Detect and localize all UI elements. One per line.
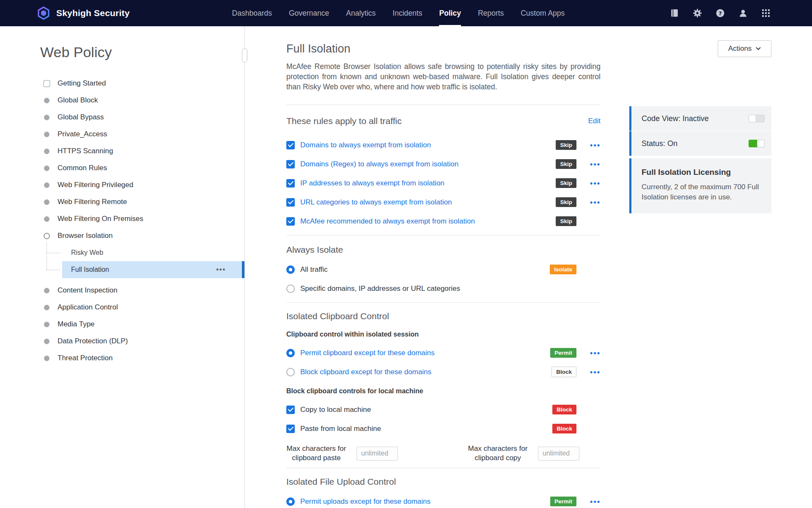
notebook-icon[interactable] (669, 8, 680, 19)
rule-row-mcafee-recommended: McAfee recommended to always exempt from… (286, 212, 601, 231)
radio-unselected[interactable] (286, 368, 295, 376)
apps-grid-icon[interactable] (760, 8, 771, 19)
sidebar-item-common-rules[interactable]: Common Rules (0, 160, 244, 177)
page-description: McAfee Remote Browser Isolation allows s… (286, 61, 601, 92)
rule-row-domains: Domains to always exempt from isolation … (286, 135, 601, 155)
max-copy-input[interactable] (538, 447, 579, 461)
upload-heading: Isolated File Upload Control (286, 477, 601, 487)
node-dot-icon (43, 132, 50, 137)
rule-checkbox[interactable] (286, 217, 295, 226)
chevron-down-icon (756, 47, 761, 50)
full-isolation-menu-icon[interactable] (216, 266, 226, 273)
sidebar-item-web-filtering-on-premises[interactable]: Web Filtering On Premises (0, 210, 244, 227)
sidebar-item-threat-protection[interactable]: Threat Protection (0, 350, 244, 367)
code-view-toggle[interactable] (749, 115, 765, 122)
rule-checkbox[interactable] (286, 141, 295, 149)
nav-governance[interactable]: Governance (289, 0, 329, 26)
skyhigh-logo-icon (36, 6, 51, 20)
option-specific-domains: Specific domains, IP addresses or URL ca… (286, 279, 601, 298)
rules-section-heading: These rules apply to all traffic (286, 116, 402, 126)
node-open-circle-icon (43, 233, 50, 239)
node-dot-icon (43, 115, 50, 120)
sidebar-item-media-type[interactable]: Media Type (0, 316, 244, 333)
rule-checkbox[interactable] (286, 160, 295, 168)
radio-selected[interactable] (286, 349, 295, 357)
sidebar-item-content-inspection[interactable]: Content Inspection (0, 282, 244, 299)
nav-reports[interactable]: Reports (478, 0, 504, 26)
nav-policy[interactable]: Policy (439, 0, 461, 26)
nav-analytics[interactable]: Analytics (346, 0, 376, 26)
control-copy-to-local: Copy to local machine Block (286, 400, 601, 419)
clipboard-session-subheading: Clipboard control within isolated sessio… (286, 331, 601, 338)
app-body: Web Policy Getting Started Global Block … (0, 26, 812, 508)
skip-badge: Skip (556, 197, 576, 207)
nav-dashboards[interactable]: Dashboards (232, 0, 272, 26)
svg-text:?: ? (719, 10, 722, 17)
status-card: Status: On (629, 131, 771, 156)
rule-menu-icon[interactable] (590, 349, 601, 357)
sidebar-item-application-control[interactable]: Application Control (0, 299, 244, 316)
sidebar-item-https-scanning[interactable]: HTTPS Scanning (0, 143, 244, 160)
sidebar-item-full-isolation[interactable]: Full Isolation (62, 261, 244, 278)
control-paste-from-local: Paste from local machine Block (286, 419, 601, 438)
brand: Skyhigh Security (36, 6, 130, 20)
rule-row-domains-regex: Domains (Regex) to always exempt from is… (286, 155, 601, 174)
exemption-rules-list: Domains to always exempt from isolation … (286, 135, 601, 231)
sidebar-scrollbar[interactable] (242, 48, 247, 63)
sidebar-item-browser-isolation[interactable]: Browser Isolation (0, 227, 244, 244)
sidebar-item-data-protection-dlp[interactable]: Data Protection (DLP) (0, 333, 244, 350)
divider (286, 105, 601, 105)
max-characters-row: Max characters for clipboard paste Max c… (286, 444, 601, 463)
sidebar-item-private-access[interactable]: Private_Access (0, 126, 244, 143)
rule-menu-icon[interactable] (590, 368, 601, 376)
rule-menu-icon[interactable] (590, 160, 601, 168)
rule-checkbox[interactable] (286, 198, 295, 207)
control-checkbox[interactable] (286, 425, 295, 433)
skip-badge: Skip (556, 140, 576, 150)
node-dot-icon (43, 199, 50, 205)
nav-incidents[interactable]: Incidents (392, 0, 422, 26)
help-icon[interactable]: ? (715, 8, 726, 19)
permit-badge: Permit (550, 497, 576, 506)
sidebar-item-web-filtering-privileged[interactable]: Web Filtering Privileged (0, 177, 244, 193)
rule-menu-icon[interactable] (590, 141, 601, 149)
user-icon[interactable] (738, 8, 749, 19)
max-paste-input[interactable] (357, 447, 398, 461)
rule-menu-icon[interactable] (590, 498, 601, 505)
radio-unselected[interactable] (286, 284, 295, 293)
rule-menu-icon[interactable] (590, 179, 601, 187)
status-toggle[interactable] (749, 140, 765, 147)
skip-badge: Skip (556, 216, 576, 226)
always-isolate-options: All traffic Isolate Specific domains, IP… (286, 260, 601, 298)
option-block-clipboard: Block clipboard except for these domains… (286, 362, 601, 381)
clipboard-local-subheading: Block clipboard controls for local machi… (286, 387, 601, 395)
gear-icon[interactable] (692, 8, 703, 19)
divider (286, 302, 601, 303)
rule-checkbox[interactable] (286, 179, 295, 188)
actions-button[interactable]: Actions (718, 40, 771, 57)
rule-row-ip-addresses: IP addresses to always exempt from isola… (286, 174, 601, 193)
licensing-card: Full Isolation Licensing Currently, 2 of… (629, 158, 771, 213)
divider (286, 468, 601, 468)
rule-menu-icon[interactable] (590, 199, 601, 206)
licensing-title: Full Isolation Licensing (642, 168, 760, 177)
sidebar-item-risky-web[interactable]: Risky Web (62, 244, 244, 261)
node-dot-icon (43, 149, 50, 154)
browser-isolation-children: Risky Web Full Isolation (47, 244, 244, 278)
sidebar-item-getting-started[interactable]: Getting Started (0, 75, 244, 92)
max-copy-label: Max characters for clipboard copy (468, 444, 528, 463)
edit-link[interactable]: Edit (588, 117, 601, 125)
node-dot-icon (43, 182, 50, 188)
sidebar-item-web-filtering-remote[interactable]: Web Filtering Remote (0, 193, 244, 210)
max-paste-label: Max characters for clipboard paste (286, 444, 346, 463)
nav-custom-apps[interactable]: Custom Apps (521, 0, 565, 26)
full-isolation-settings: Full Isolation McAfee Remote Browser Iso… (286, 26, 601, 508)
sidebar-item-global-block[interactable]: Global Block (0, 92, 244, 109)
permit-badge: Permit (550, 348, 576, 358)
control-checkbox[interactable] (286, 406, 295, 414)
code-view-card: Code View: Inactive (629, 106, 771, 131)
radio-selected[interactable] (286, 265, 295, 274)
node-dot-icon (43, 305, 50, 310)
radio-selected[interactable] (286, 497, 295, 506)
sidebar-item-global-bypass[interactable]: Global Bypass (0, 109, 244, 126)
